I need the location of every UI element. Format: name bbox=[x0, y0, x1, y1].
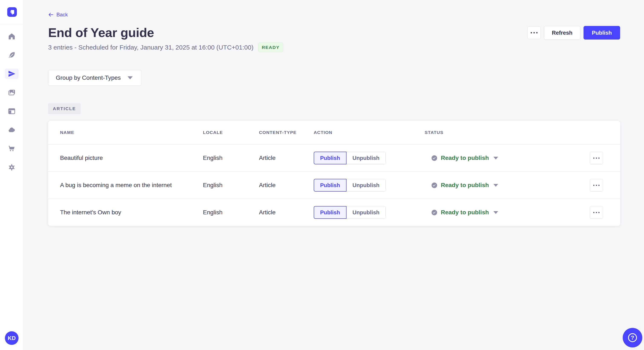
entry-locale: English bbox=[203, 209, 259, 216]
check-circle-icon bbox=[432, 182, 437, 188]
chevron-down-icon bbox=[128, 76, 133, 79]
unpublish-toggle-button[interactable]: Unpublish bbox=[346, 152, 386, 164]
images-icon bbox=[5, 87, 18, 98]
action-toggle: Publish Unpublish bbox=[314, 152, 425, 164]
arrow-left-icon bbox=[48, 12, 54, 17]
entry-status[interactable]: Ready to publish bbox=[425, 209, 590, 216]
title-row: End of Year guide Refresh Publish bbox=[48, 25, 620, 40]
cloud-icon bbox=[5, 125, 18, 135]
check-circle-icon bbox=[432, 210, 437, 215]
entry-content-type: Article bbox=[259, 209, 314, 216]
column-header-status: STATUS bbox=[425, 130, 590, 135]
sidebar-divider bbox=[0, 24, 24, 24]
chevron-down-icon bbox=[494, 211, 498, 214]
table-row: The internet's Own boy English Article P… bbox=[48, 199, 620, 226]
sidebar-item-content-manager[interactable] bbox=[0, 46, 24, 64]
help-button[interactable]: ? bbox=[623, 328, 642, 348]
home-icon bbox=[5, 31, 18, 41]
avatar[interactable]: KD bbox=[5, 331, 18, 345]
sidebar-item-deploy[interactable] bbox=[0, 121, 24, 139]
page-title: End of Year guide bbox=[48, 25, 154, 40]
main-content: Back End of Year guide Refresh Publish 3… bbox=[24, 0, 644, 226]
ellipsis-icon bbox=[531, 32, 538, 33]
entry-name: A bug is becoming a meme on the internet bbox=[60, 182, 203, 189]
row-more-button[interactable] bbox=[590, 179, 603, 191]
ellipsis-icon bbox=[593, 185, 600, 186]
sidebar-item-settings[interactable] bbox=[0, 158, 24, 177]
row-more-button[interactable] bbox=[590, 206, 603, 219]
entry-locale: English bbox=[203, 182, 259, 189]
group-by-value: Group by Content-Types bbox=[56, 74, 121, 81]
publish-toggle-button[interactable]: Publish bbox=[314, 152, 346, 164]
sidebar-item-home[interactable] bbox=[0, 27, 24, 46]
chevron-down-icon bbox=[494, 184, 498, 187]
status-badge: READY bbox=[258, 42, 283, 52]
entries-table-card: NAME LOCALE CONTENT-TYPE ACTION STATUS B… bbox=[48, 121, 620, 226]
entry-name: The internet's Own boy bbox=[60, 209, 203, 216]
sidebar-item-marketplace[interactable] bbox=[0, 139, 24, 158]
sidebar-item-releases[interactable] bbox=[0, 64, 24, 83]
more-options-button[interactable] bbox=[528, 26, 541, 39]
sidebar: KD bbox=[0, 0, 24, 350]
ellipsis-icon bbox=[593, 212, 600, 213]
entry-content-type: Article bbox=[259, 182, 314, 189]
sidebar-item-media-library[interactable] bbox=[0, 83, 24, 102]
entry-status-label: Ready to publish bbox=[441, 209, 489, 216]
layout-icon bbox=[5, 106, 18, 116]
publish-toggle-button[interactable]: Publish bbox=[314, 179, 346, 191]
table-header-row: NAME LOCALE CONTENT-TYPE ACTION STATUS bbox=[48, 121, 620, 144]
entry-content-type: Article bbox=[259, 155, 314, 161]
chevron-down-icon bbox=[494, 157, 498, 160]
feather-icon bbox=[5, 50, 18, 60]
question-mark-icon: ? bbox=[628, 333, 637, 342]
gear-icon bbox=[5, 162, 18, 173]
ellipsis-icon bbox=[593, 158, 600, 159]
column-header-action: ACTION bbox=[314, 130, 425, 135]
strapi-logo[interactable] bbox=[7, 7, 17, 17]
table-row: A bug is becoming a meme on the internet… bbox=[48, 172, 620, 199]
check-circle-icon bbox=[432, 155, 437, 161]
column-header-locale: LOCALE bbox=[203, 130, 259, 135]
table-row: Beautiful picture English Article Publis… bbox=[48, 144, 620, 172]
sidebar-nav bbox=[0, 27, 24, 177]
action-toggle: Publish Unpublish bbox=[314, 206, 425, 219]
column-header-name: NAME bbox=[60, 130, 203, 135]
refresh-button[interactable]: Refresh bbox=[544, 26, 580, 39]
back-link[interactable]: Back bbox=[48, 12, 68, 18]
avatar-initials: KD bbox=[8, 335, 16, 342]
unpublish-toggle-button[interactable]: Unpublish bbox=[346, 179, 386, 191]
cart-icon bbox=[5, 144, 18, 154]
sidebar-item-content-type-builder[interactable] bbox=[0, 102, 24, 121]
column-header-content-type: CONTENT-TYPE bbox=[259, 130, 314, 135]
header-actions: Refresh Publish bbox=[528, 26, 620, 39]
paper-plane-icon bbox=[5, 69, 18, 79]
group-by-select[interactable]: Group by Content-Types bbox=[48, 70, 142, 86]
entry-status-label: Ready to publish bbox=[441, 155, 489, 161]
entry-locale: English bbox=[203, 155, 259, 161]
back-label: Back bbox=[56, 12, 68, 18]
release-subtitle: 3 entries - Scheduled for Friday, Januar… bbox=[48, 44, 254, 51]
entry-status[interactable]: Ready to publish bbox=[425, 155, 590, 161]
subtitle-row: 3 entries - Scheduled for Friday, Januar… bbox=[48, 42, 620, 52]
entry-name: Beautiful picture bbox=[60, 155, 203, 161]
strapi-logo-icon bbox=[7, 7, 17, 17]
entry-status-label: Ready to publish bbox=[441, 182, 489, 189]
entry-status[interactable]: Ready to publish bbox=[425, 182, 590, 189]
content-type-group-badge: ARTICLE bbox=[48, 103, 81, 114]
row-more-button[interactable] bbox=[590, 152, 603, 164]
publish-release-button[interactable]: Publish bbox=[584, 26, 620, 39]
action-toggle: Publish Unpublish bbox=[314, 179, 425, 191]
unpublish-toggle-button[interactable]: Unpublish bbox=[346, 206, 386, 219]
publish-toggle-button[interactable]: Publish bbox=[314, 206, 346, 219]
